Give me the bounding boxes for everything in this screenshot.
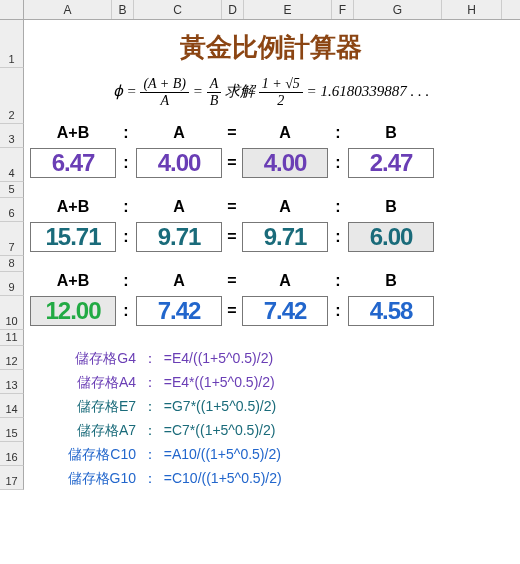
row-content-4: 6.47:4.00=4.00:2.47	[24, 148, 520, 182]
formula-line-2: 儲存格E7 ： =G7*((1+5^0.5)/2)	[28, 394, 514, 418]
formula-colon: ：	[140, 442, 160, 466]
row-header-12[interactable]: 12	[0, 346, 24, 370]
row-header-2[interactable]: 2	[0, 68, 24, 124]
page-title: 黃金比例計算器	[28, 20, 514, 65]
cell-a2-0[interactable]: 4.00	[242, 148, 328, 178]
col-header-D[interactable]: D	[222, 0, 244, 19]
col-header-A[interactable]: A	[24, 0, 112, 19]
group-1-labels: A+B : A = A : B	[28, 198, 514, 216]
row-content-9: A+B : A = A : B	[24, 272, 520, 296]
sep: =	[222, 154, 242, 172]
formula-label: 儲存格G4	[44, 346, 136, 370]
group-0-values: 6.47:4.00=4.00:2.47	[28, 148, 514, 178]
row-header-10[interactable]: 10	[0, 296, 24, 330]
row-content-12: 儲存格G4 ： =E4/((1+5^0.5)/2)	[24, 346, 520, 370]
cell-a1-0[interactable]: 4.00	[136, 148, 222, 178]
row-header-15[interactable]: 15	[0, 418, 24, 442]
row-header-13[interactable]: 13	[0, 370, 24, 394]
sep: =	[222, 228, 242, 246]
row-header-8[interactable]: 8	[0, 256, 24, 272]
row-header-3[interactable]: 3	[0, 124, 24, 148]
formula-label: 儲存格C10	[44, 442, 136, 466]
sep: :	[116, 154, 136, 172]
formula-expr: =E4*((1+5^0.5)/2)	[164, 374, 275, 390]
formula-label: 儲存格G10	[44, 466, 136, 490]
formula-colon: ：	[140, 394, 160, 418]
row-content-15: 儲存格A7 ： =C7*((1+5^0.5)/2)	[24, 418, 520, 442]
group-1-values: 15.71:9.71=9.71:6.00	[28, 222, 514, 252]
formula-expr: =C10/((1+5^0.5)/2)	[164, 470, 282, 486]
sep: =	[222, 302, 242, 320]
cell-a2-1[interactable]: 9.71	[242, 222, 328, 252]
cell-ab-1[interactable]: 15.71	[30, 222, 116, 252]
row-header-4[interactable]: 4	[0, 148, 24, 182]
formula-line-3: 儲存格A7 ： =C7*((1+5^0.5)/2)	[28, 418, 514, 442]
select-all-corner[interactable]	[0, 0, 24, 19]
cell-ab-2[interactable]: 12.00	[30, 296, 116, 326]
row-content-6: A+B : A = A : B	[24, 198, 520, 222]
formula-label: 儲存格E7	[44, 394, 136, 418]
row-header-9[interactable]: 9	[0, 272, 24, 296]
formula-expr: =G7*((1+5^0.5)/2)	[164, 398, 276, 414]
cell-b-1[interactable]: 6.00	[348, 222, 434, 252]
sep: :	[116, 302, 136, 320]
sep: :	[328, 154, 348, 172]
formula-expr: =E4/((1+5^0.5)/2)	[164, 350, 273, 366]
sep: :	[328, 228, 348, 246]
cell-ab-0[interactable]: 6.47	[30, 148, 116, 178]
formula-expr: =A10/((1+5^0.5)/2)	[164, 446, 281, 462]
row-content-1: 黃金比例計算器	[24, 20, 520, 68]
row-header-6[interactable]: 6	[0, 198, 24, 222]
col-header-G[interactable]: G	[354, 0, 442, 19]
row-header-17[interactable]: 17	[0, 466, 24, 490]
formula-colon: ：	[140, 466, 160, 490]
cell-a1-1[interactable]: 9.71	[136, 222, 222, 252]
col-header-C[interactable]: C	[134, 0, 222, 19]
row-header-11[interactable]: 11	[0, 330, 24, 346]
formula-line-5: 儲存格G10 ： =C10/((1+5^0.5)/2)	[28, 466, 514, 490]
formula-colon: ：	[140, 346, 160, 370]
row-header-1[interactable]: 1	[0, 20, 24, 68]
row-header-16[interactable]: 16	[0, 442, 24, 466]
formula-label: 儲存格A4	[44, 370, 136, 394]
column-headers: ABCDEFGH	[0, 0, 520, 20]
group-2-labels: A+B : A = A : B	[28, 272, 514, 290]
spreadsheet-grid: ABCDEFGH 1黃金比例計算器2 ϕ = (A + B)A = AB 求解 …	[0, 0, 520, 490]
row-content-17: 儲存格G10 ： =C10/((1+5^0.5)/2)	[24, 466, 520, 490]
cell-a2-2[interactable]: 7.42	[242, 296, 328, 326]
cell-b-0[interactable]: 2.47	[348, 148, 434, 178]
formula-line-4: 儲存格C10 ： =A10/((1+5^0.5)/2)	[28, 442, 514, 466]
formula-label: 儲存格A7	[44, 418, 136, 442]
group-2-values: 12.00:7.42=7.42:4.58	[28, 296, 514, 326]
row-header-7[interactable]: 7	[0, 222, 24, 256]
row-content-2: ϕ = (A + B)A = AB 求解 1 + √52 = 1.6180339…	[24, 68, 520, 124]
row-header-5[interactable]: 5	[0, 182, 24, 198]
cell-a1-2[interactable]: 7.42	[136, 296, 222, 326]
row-content-5	[24, 182, 520, 198]
row-content-8	[24, 256, 520, 272]
group-0-labels: A+B : A = A : B	[28, 124, 514, 142]
col-header-B[interactable]: B	[112, 0, 134, 19]
row-content-7: 15.71:9.71=9.71:6.00	[24, 222, 520, 256]
col-header-H[interactable]: H	[442, 0, 502, 19]
phi-formula: ϕ = (A + B)A = AB 求解 1 + √52 = 1.6180339…	[28, 68, 514, 109]
row-content-10: 12.00:7.42=7.42:4.58	[24, 296, 520, 330]
formula-line-1: 儲存格A4 ： =E4*((1+5^0.5)/2)	[28, 370, 514, 394]
sep: :	[328, 302, 348, 320]
row-content-13: 儲存格A4 ： =E4*((1+5^0.5)/2)	[24, 370, 520, 394]
row-content-16: 儲存格C10 ： =A10/((1+5^0.5)/2)	[24, 442, 520, 466]
formula-colon: ：	[140, 370, 160, 394]
row-header-14[interactable]: 14	[0, 394, 24, 418]
formula-line-0: 儲存格G4 ： =E4/((1+5^0.5)/2)	[28, 346, 514, 370]
col-header-E[interactable]: E	[244, 0, 332, 19]
cell-b-2[interactable]: 4.58	[348, 296, 434, 326]
formula-colon: ：	[140, 418, 160, 442]
row-content-11	[24, 330, 520, 346]
formula-expr: =C7*((1+5^0.5)/2)	[164, 422, 276, 438]
row-content-3: A+B : A = A : B	[24, 124, 520, 148]
sep: :	[116, 228, 136, 246]
col-header-F[interactable]: F	[332, 0, 354, 19]
row-content-14: 儲存格E7 ： =G7*((1+5^0.5)/2)	[24, 394, 520, 418]
